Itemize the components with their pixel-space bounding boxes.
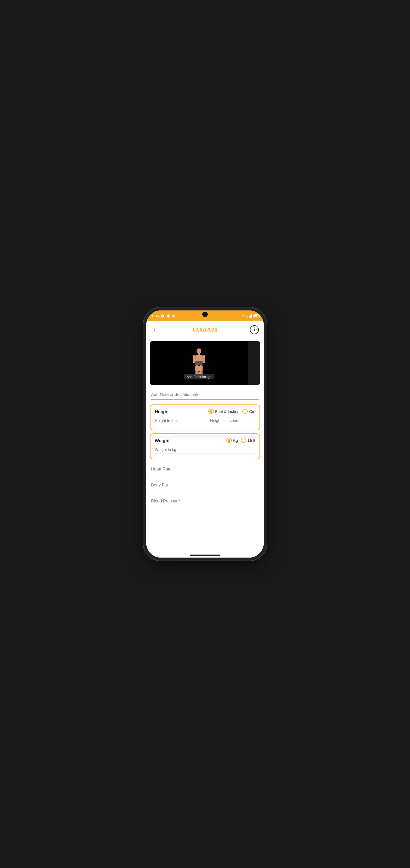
battery-icon [253,314,259,317]
height-feet-input[interactable] [155,417,205,425]
settings-icon [161,314,165,318]
feet-inches-option[interactable]: Feet & Inches [208,409,239,414]
cm-label: Cm [249,409,255,414]
svg-point-15 [200,350,201,351]
svg-rect-1 [173,314,174,315]
height-title: Height [155,409,169,414]
lbs-label: LBS [248,438,255,443]
height-card-header: Height Feet & Inches Cm [155,409,255,414]
info-button[interactable]: i [250,325,259,334]
kg-option[interactable]: Kg [226,438,238,443]
status-bar: 1:36 [146,310,264,321]
front-image-container[interactable]: Add Front Image [150,341,248,385]
svg-rect-8 [195,365,199,372]
svg-rect-3 [198,353,200,355]
weight-inputs [155,446,255,454]
add-front-image-label[interactable]: Add Front Image [184,374,214,379]
camera-notch [202,312,208,317]
body-fat-input[interactable] [151,481,259,490]
height-card: Height Feet & Inches Cm [150,404,260,430]
svg-rect-9 [199,365,203,372]
svg-point-14 [197,350,198,351]
app-header: ← 02/07/2024 i [146,321,264,338]
home-indicator [190,555,220,556]
status-bar-left: 1:36 [151,314,175,318]
phone-frame: 1:36 [146,310,264,558]
wifi-icon [241,314,246,318]
svg-rect-6 [193,355,195,363]
weight-card: Weight Kg LBS [150,433,260,459]
kg-radio[interactable] [226,438,232,443]
body-figure [189,348,209,378]
notes-section [146,388,264,401]
feet-inches-label: Feet & Inches [215,409,239,414]
blood-pressure-field [151,494,259,507]
lbs-option[interactable]: LBS [241,438,255,443]
cm-option[interactable]: Cm [242,409,255,414]
heart-rate-input[interactable] [151,465,259,474]
back-button[interactable]: ← [151,324,160,335]
lbs-radio[interactable] [241,438,246,443]
svg-rect-0 [172,314,174,317]
kg-label: Kg [233,438,238,443]
heart-rate-field [151,462,259,475]
signal-bars [247,314,252,318]
cm-radio[interactable] [242,409,248,414]
image-strip: Add Front Image [150,341,260,385]
scroll-content[interactable]: Add Front Image Height Feet & Inches [146,338,264,558]
body-fat-field [151,478,259,491]
weight-card-header: Weight Kg LBS [155,438,255,443]
notes-input[interactable] [151,391,259,400]
feet-inches-radio[interactable] [208,409,214,414]
height-unit-group: Feet & Inches Cm [208,409,255,414]
weight-kg-input[interactable] [155,446,255,454]
svg-rect-5 [195,361,203,365]
header-date[interactable]: 02/07/2024 [193,327,217,333]
clipboard-icon [172,314,175,318]
time-label: 1:36 [151,314,159,318]
svg-rect-7 [203,355,205,363]
status-bar-right [241,314,259,318]
height-inches-input[interactable] [210,417,261,425]
weight-unit-group: Kg LBS [226,438,255,443]
side-image-container[interactable] [248,341,260,385]
blood-pressure-input[interactable] [151,497,259,506]
shield-icon [167,314,170,318]
height-inputs [155,417,255,425]
weight-title: Weight [155,438,170,443]
